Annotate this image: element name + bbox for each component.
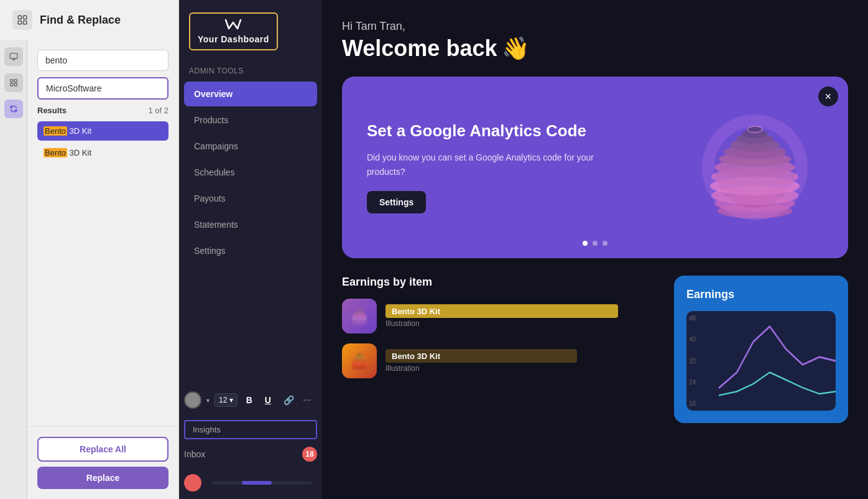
panel-icon-3[interactable]	[4, 100, 23, 118]
welcome-text: Welcome back 👋	[342, 35, 848, 62]
svg-point-29	[353, 312, 366, 315]
result-highlight-1: Bento	[44, 126, 67, 136]
banner-content: Set a Google Analytics Code Did you know…	[367, 121, 616, 213]
sidebar-item-campaigns[interactable]: Campaigns	[184, 134, 317, 159]
dot-3[interactable]	[603, 241, 607, 246]
bottom-section: Earnings by item Bento	[342, 276, 848, 423]
svg-rect-10	[14, 83, 17, 86]
item-bar-1: Bento 3D Kit	[386, 304, 618, 318]
svg-point-37	[355, 355, 364, 357]
result-item-1[interactable]: Bento 3D Kit	[37, 121, 169, 141]
results-label: Results	[37, 106, 67, 115]
greeting-text: Hi Tam Tran,	[342, 20, 848, 33]
panel-icon-1[interactable]	[4, 47, 23, 66]
replace-button[interactable]: Replace	[37, 467, 169, 489]
sidebar-item-overview[interactable]: Overview	[184, 82, 317, 106]
banner-description: Did you know you can set a Google Analyt…	[367, 151, 616, 179]
item-icon-2	[342, 343, 377, 378]
sidebar-nav: Overview Products Campaigns Schedules Pa…	[179, 80, 322, 264]
item-info-1: Bento 3D Kit Illustration	[386, 304, 659, 328]
earning-item-2: Bento 3D Kit Illustration	[342, 343, 659, 378]
scroll-thumb	[242, 481, 272, 485]
inbox-badge: 18	[302, 447, 317, 462]
item-icon-1	[342, 299, 377, 333]
welcome-section: Hi Tam Tran, Welcome back 👋	[342, 20, 848, 62]
svg-point-38	[357, 353, 362, 355]
svg-rect-4	[10, 54, 17, 58]
earnings-card-title: Earnings	[686, 288, 836, 301]
logo-box: Your Dashboard	[189, 12, 278, 50]
sidebar-item-settings[interactable]: Settings	[184, 238, 317, 263]
settings-button[interactable]: Settings	[367, 191, 426, 213]
close-banner-button[interactable]: ✕	[818, 86, 838, 106]
panel-icon-2[interactable]	[4, 73, 23, 92]
color-picker[interactable]	[184, 391, 201, 409]
svg-rect-1	[24, 16, 27, 19]
sidebar: Your Dashboard Admin tools Overview Prod…	[179, 0, 322, 499]
replace-input[interactable]	[37, 77, 169, 100]
sidebar-item-schedules[interactable]: Schedules	[184, 160, 317, 185]
earnings-card: Earnings 48 40 32 24 16	[674, 276, 848, 423]
results-header: Results 1 of 2	[37, 106, 169, 115]
inbox-label: Inbox	[184, 449, 205, 459]
admin-tools-label: Admin tools	[179, 57, 322, 80]
user-avatar	[184, 474, 201, 492]
font-size-selector[interactable]: 12 ▾	[215, 393, 238, 407]
wave-emoji: 👋	[502, 35, 530, 62]
more-button[interactable]: ···	[303, 394, 311, 406]
svg-rect-7	[10, 80, 12, 82]
svg-rect-8	[14, 80, 17, 82]
banner-illustration	[686, 99, 823, 236]
sidebar-item-statements[interactable]: Statements	[184, 212, 317, 237]
find-replace-icon	[12, 10, 32, 30]
result-item-2[interactable]: Bento 3D Kit	[37, 143, 169, 162]
color-picker-arrow[interactable]: ▾	[206, 397, 210, 404]
find-replace-body: Results 1 of 2 Bento 3D Kit Bento 3D Kit	[27, 40, 178, 426]
link-button[interactable]: 🔗	[280, 393, 298, 408]
item-info-2: Bento 3D Kit Illustration	[386, 349, 659, 373]
find-replace-title: Find & Replace	[40, 14, 121, 27]
sidebar-item-payouts[interactable]: Payouts	[184, 186, 317, 211]
earnings-chart: 48 40 32 24 16	[686, 311, 836, 411]
results-count: 1 of 2	[148, 106, 169, 115]
svg-rect-9	[10, 83, 12, 86]
logo-icon	[198, 19, 269, 33]
find-replace-panel: Find & Replace	[0, 0, 179, 499]
carousel-dots	[583, 241, 607, 246]
svg-rect-0	[18, 16, 21, 19]
earnings-section-title: Earnings by item	[342, 276, 659, 289]
underline-button[interactable]: U	[261, 393, 275, 408]
inbox-item[interactable]: Inbox 18	[179, 439, 322, 469]
banner-title: Set a Google Analytics Code	[367, 121, 616, 141]
sidebar-item-products[interactable]: Products	[184, 108, 317, 133]
button-group: Replace All Replace	[27, 426, 178, 499]
find-replace-header: Find & Replace	[0, 0, 178, 40]
bold-button[interactable]: B	[242, 393, 256, 408]
sidebar-logo: Your Dashboard	[179, 0, 322, 57]
svg-rect-3	[24, 21, 27, 24]
replace-all-button[interactable]: Replace All	[37, 437, 169, 462]
dot-2[interactable]	[593, 241, 598, 246]
svg-rect-2	[18, 21, 21, 24]
main-content: Hi Tam Tran, Welcome back 👋 Set a Google…	[322, 0, 868, 499]
find-input[interactable]	[37, 50, 169, 71]
logo-text: Your Dashboard	[198, 34, 269, 44]
svg-point-30	[355, 310, 364, 312]
svg-point-36	[353, 357, 366, 360]
svg-point-31	[357, 309, 362, 310]
text-toolbar: ▾ 12 ▾ B U 🔗 ···	[179, 385, 322, 415]
dot-1[interactable]	[583, 241, 588, 246]
scroll-indicator	[211, 481, 312, 485]
earning-item-1: Bento 3D Kit Illustration	[342, 299, 659, 333]
earnings-by-item: Earnings by item Bento	[342, 276, 659, 423]
banner-card: Set a Google Analytics Code Did you know…	[342, 77, 848, 258]
item-bar-2: Bento 3D Kit	[386, 349, 577, 363]
result-highlight-2: Bento	[44, 148, 67, 157]
insights-field[interactable]: Insights	[184, 420, 317, 439]
